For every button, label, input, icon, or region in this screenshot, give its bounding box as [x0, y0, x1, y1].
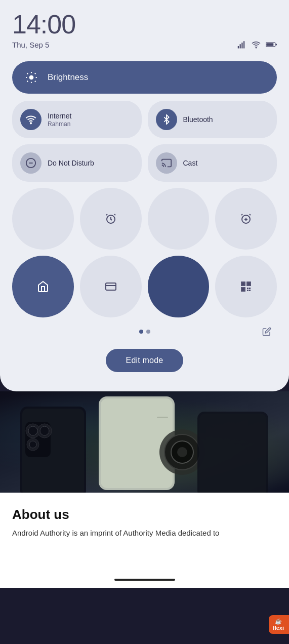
internet-icon-wrap: [20, 109, 42, 130]
date-label: Thu, Sep 5: [12, 41, 49, 49]
home-tile[interactable]: [12, 256, 74, 317]
tiles-row-4: [12, 256, 277, 317]
svg-rect-0: [238, 46, 239, 49]
svg-rect-20: [247, 283, 250, 285]
svg-rect-23: [247, 288, 249, 289]
brightness-icon: [22, 68, 40, 87]
battery-icon: [266, 40, 277, 49]
alarm-icon: [105, 213, 117, 225]
circle-dark-tile[interactable]: [148, 256, 210, 317]
cast-text: Cast: [183, 158, 198, 168]
card-tile[interactable]: [80, 256, 142, 317]
about-section: About us Android Authority is an imprint…: [0, 493, 289, 574]
dnd-text: Do Not Disturb: [48, 158, 94, 168]
bluetooth-text: Bluetooth: [183, 115, 213, 124]
svg-rect-24: [249, 288, 251, 289]
card-icon: [105, 280, 117, 293]
brightness-label: Brightness: [48, 72, 88, 83]
cast-icon-wrap: [156, 152, 177, 174]
about-text: Android Authority is an imprint of Autho…: [12, 528, 277, 539]
dot-2: [146, 330, 150, 334]
date-row: Thu, Sep 5: [12, 40, 277, 49]
edit-pencil-button[interactable]: [259, 324, 275, 340]
cast-label: Cast: [183, 158, 198, 168]
bluetooth-icon: [161, 114, 172, 125]
svg-rect-3: [243, 41, 244, 48]
flexi-emoji: ☕: [275, 618, 282, 625]
pencil-icon: [262, 327, 271, 336]
cast-icon: [161, 157, 172, 169]
about-title: About us: [12, 507, 277, 522]
svg-point-9: [30, 123, 31, 124]
wifi-icon: [252, 40, 261, 49]
svg-rect-26: [249, 290, 251, 291]
svg-rect-7: [276, 44, 277, 46]
quick-settings-panel: 14:00 Thu, Sep 5: [0, 0, 289, 391]
dnd-icon-wrap: [20, 152, 42, 174]
alarm-plus-tile[interactable]: [215, 188, 277, 250]
home-indicator: [0, 574, 289, 588]
qs-header: 14:00 Thu, Sep 5: [12, 10, 277, 49]
svg-rect-18: [242, 283, 244, 285]
brightness-tile[interactable]: Brightness: [12, 61, 277, 94]
qs-bottom-row: [12, 324, 277, 340]
svg-rect-2: [241, 43, 242, 48]
internet-text: Internet Rahman: [48, 111, 71, 128]
status-icons: [237, 40, 277, 49]
tiles-row-2: Do Not Disturb Cast: [12, 144, 277, 182]
home-bar: [114, 579, 175, 581]
svg-rect-1: [240, 44, 241, 48]
bluetooth-label: Bluetooth: [183, 115, 213, 124]
bluetooth-icon-wrap: [156, 109, 177, 130]
qr-tile[interactable]: [215, 256, 277, 317]
svg-rect-25: [247, 290, 249, 291]
svg-rect-15: [106, 283, 116, 290]
clock-time: 14:00: [12, 10, 277, 39]
flexi-badge[interactable]: ☕ flexi: [269, 615, 289, 634]
tile-empty-2[interactable]: [148, 188, 210, 250]
svg-point-8: [29, 75, 34, 80]
svg-point-33: [40, 426, 49, 435]
tiles-row-3: [12, 188, 277, 250]
background-photo: [0, 391, 289, 493]
alarm-plus-icon: [240, 213, 252, 225]
dnd-label: Do Not Disturb: [48, 158, 94, 168]
svg-rect-22: [242, 288, 244, 291]
dnd-icon: [25, 157, 36, 169]
svg-point-31: [28, 426, 37, 435]
svg-point-35: [29, 441, 36, 448]
alarm-tile[interactable]: [80, 188, 142, 250]
phones-illustration: [0, 391, 289, 493]
svg-point-42: [177, 447, 187, 457]
signal-icon: [237, 40, 246, 49]
flexi-label: flexi: [273, 625, 284, 631]
qr-icon: [240, 280, 252, 293]
tiles-row-1: Internet Rahman Bluetooth: [12, 101, 277, 138]
svg-point-4: [256, 47, 257, 48]
dot-1: [139, 330, 143, 334]
dnd-tile[interactable]: Do Not Disturb: [12, 144, 142, 182]
svg-rect-38: [157, 417, 168, 418]
page-dots: [30, 330, 259, 334]
tile-empty-1[interactable]: [12, 188, 74, 250]
home-icon: [37, 280, 49, 293]
cast-tile[interactable]: Cast: [148, 144, 277, 182]
edit-mode-button[interactable]: Edit mode: [106, 349, 184, 372]
photo-inner: [0, 391, 289, 493]
svg-rect-6: [266, 43, 273, 46]
internet-sublabel: Rahman: [48, 120, 71, 128]
wifi-active-icon: [25, 114, 36, 125]
svg-rect-44: [199, 414, 266, 493]
internet-tile[interactable]: Internet Rahman: [12, 101, 142, 138]
bluetooth-tile[interactable]: Bluetooth: [148, 101, 277, 138]
internet-label: Internet: [48, 111, 71, 120]
